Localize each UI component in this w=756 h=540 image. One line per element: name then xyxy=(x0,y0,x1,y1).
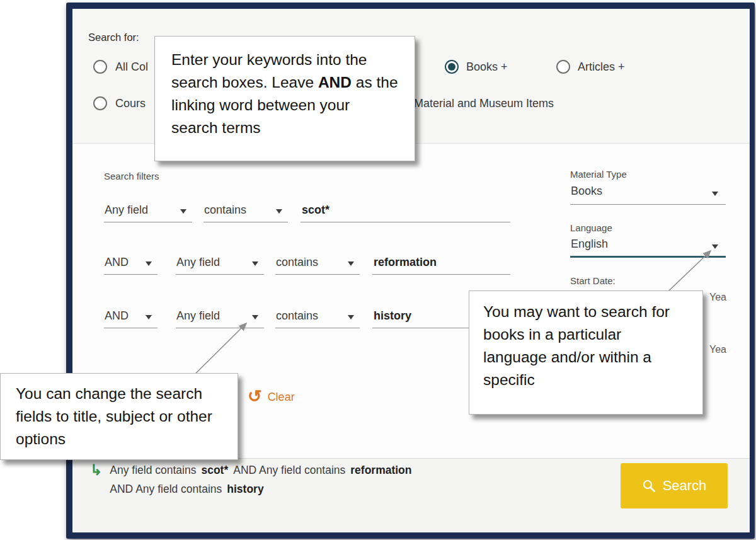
query-summary-line-1: Any field contains scot* AND Any field c… xyxy=(110,464,411,477)
field-dropdown-2-value: Any field xyxy=(176,256,220,269)
field-dropdown-3[interactable]: Any field xyxy=(176,307,264,328)
search-term-2-value: reformation xyxy=(374,256,437,269)
summary-term: history xyxy=(227,483,263,496)
chevron-down-icon xyxy=(712,244,718,249)
chevron-down-icon xyxy=(276,209,282,214)
condition-dropdown-2[interactable]: contains xyxy=(275,254,360,275)
radio-books[interactable] xyxy=(445,60,459,74)
radio-label-articles[interactable]: Articles + xyxy=(578,60,625,74)
callout-language: You may want to search for books in a pa… xyxy=(469,290,703,415)
chevron-down-icon xyxy=(252,315,258,319)
chevron-down-icon xyxy=(348,315,354,319)
radio-label-material-museum-items[interactable]: Material and Museum Items xyxy=(414,97,554,110)
chevron-down-icon xyxy=(146,315,152,319)
callout-keywords: Enter your keywords into the search boxe… xyxy=(154,36,415,161)
field-dropdown-1-value: Any field xyxy=(105,204,148,217)
operator-dropdown-2[interactable]: AND xyxy=(104,254,158,275)
radio-course[interactable] xyxy=(93,96,107,110)
year-field-start[interactable]: Yea xyxy=(709,292,726,303)
language-label: Language xyxy=(570,222,612,233)
language-value: English xyxy=(571,238,608,251)
search-button-label: Search xyxy=(663,478,707,494)
search-term-3-value: history xyxy=(374,309,411,323)
screenshot-canvas: Search for: All Col Books + Articles + C… xyxy=(0,0,756,540)
condition-dropdown-1-value: contains xyxy=(204,204,246,217)
search-filters-label: Search filters xyxy=(104,171,159,181)
field-dropdown-1[interactable]: Any field xyxy=(104,202,192,222)
chevron-down-icon xyxy=(348,261,354,266)
radio-label-books[interactable]: Books + xyxy=(466,60,508,74)
summary-text: Any field contains xyxy=(110,464,196,477)
start-date-label: Start Date: xyxy=(570,275,616,286)
condition-dropdown-3-value: contains xyxy=(276,309,318,323)
radio-label-course[interactable]: Cours xyxy=(115,97,146,110)
summary-text: AND Any field contains xyxy=(110,483,222,496)
return-arrow-icon: ↳ xyxy=(90,463,102,502)
radio-all-collections[interactable] xyxy=(93,60,107,74)
callout-language-text: You may want to search for books in a pa… xyxy=(483,303,670,388)
search-term-input-1[interactable]: scot* xyxy=(301,202,510,222)
undo-icon: ↺ xyxy=(248,388,262,405)
operator-dropdown-3[interactable]: AND xyxy=(104,307,158,328)
field-dropdown-2[interactable]: Any field xyxy=(176,254,264,275)
chevron-down-icon xyxy=(252,261,258,266)
operator-dropdown-3-value: AND xyxy=(105,309,129,323)
summary-term: reformation xyxy=(350,464,411,477)
chevron-down-icon xyxy=(146,261,152,266)
clear-button[interactable]: ↺ Clear xyxy=(248,389,295,406)
magnifier-icon xyxy=(642,479,656,493)
query-summary-line-2: AND Any field contains history xyxy=(110,483,411,496)
condition-dropdown-2-value: contains xyxy=(276,256,318,269)
language-dropdown[interactable]: English xyxy=(570,236,726,258)
query-summary: ↳ Any field contains scot* AND Any field… xyxy=(90,464,544,502)
material-type-value: Books xyxy=(571,185,602,198)
search-term-input-2[interactable]: reformation xyxy=(372,254,510,275)
clear-button-label: Clear xyxy=(268,391,295,404)
field-dropdown-3-value: Any field xyxy=(176,309,220,323)
radio-label-all-collections[interactable]: All Col xyxy=(115,60,148,74)
condition-dropdown-3[interactable]: contains xyxy=(275,307,360,328)
condition-dropdown-1[interactable]: contains xyxy=(203,202,288,222)
material-type-label: Material Type xyxy=(570,169,627,180)
callout-fields: You can change the search fields to titl… xyxy=(0,373,238,460)
material-type-dropdown[interactable]: Books xyxy=(570,183,726,205)
search-term-1-value: scot* xyxy=(302,204,329,217)
radio-articles[interactable] xyxy=(556,60,570,74)
search-button[interactable]: Search xyxy=(621,463,728,508)
callout-keywords-bold: AND xyxy=(318,74,352,91)
operator-dropdown-2-value: AND xyxy=(105,256,129,269)
search-for-label: Search for: xyxy=(88,32,139,43)
chevron-down-icon xyxy=(712,192,718,196)
callout-fields-text: You can change the search fields to titl… xyxy=(16,385,212,447)
summary-text: AND Any field contains xyxy=(233,464,345,477)
summary-term: scot* xyxy=(201,464,228,477)
year-field-end[interactable]: Yea xyxy=(709,344,726,355)
chevron-down-icon xyxy=(180,209,186,214)
query-summary-lines: Any field contains scot* AND Any field c… xyxy=(110,464,411,502)
